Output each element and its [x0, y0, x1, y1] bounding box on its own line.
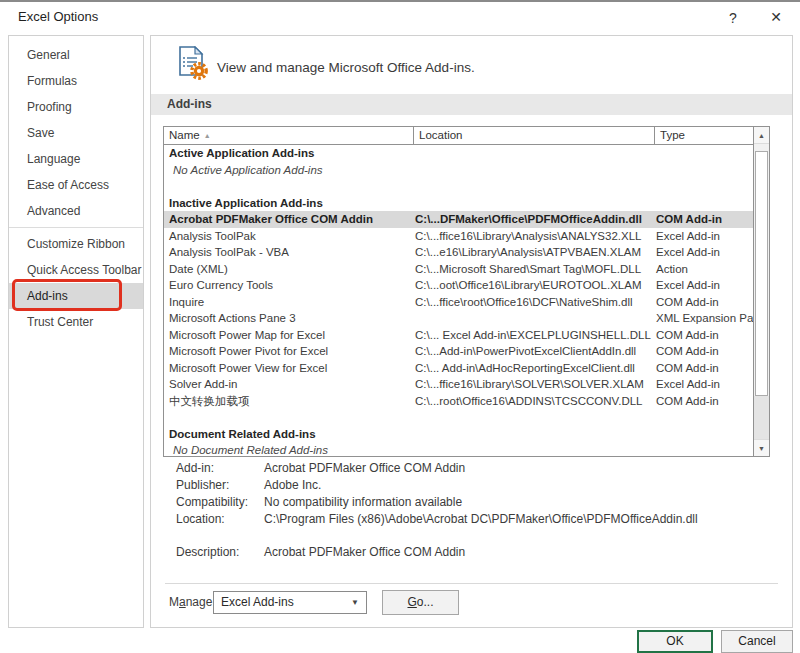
table-group-row: Active Application Add-ins [164, 145, 753, 162]
sidebar-item-add-ins[interactable]: Add-ins [9, 283, 143, 309]
detail-row-publisher: Publisher:Adobe Inc. [176, 477, 698, 494]
table-group-row: Document Related Add-ins [164, 426, 753, 443]
go-button[interactable]: Go... [382, 590, 459, 615]
table-row[interactable]: Microsoft Power Pivot for ExcelC:\...Add… [164, 343, 753, 360]
chevron-down-icon: ▼ [351, 592, 359, 613]
table-row-selected[interactable]: Acrobat PDFMaker Office COM AddinC:\...D… [164, 211, 753, 228]
table-empty-row: No Document Related Add-ins [164, 442, 753, 456]
addins-page-icon [177, 46, 209, 80]
section-header: Add-ins [151, 94, 792, 115]
addins-table: Name▲ Location Type Active Application A… [163, 126, 770, 457]
help-icon[interactable]: ? [722, 7, 744, 29]
manage-separator [165, 583, 778, 584]
detail-row-description: Description:Acrobat PDFMaker Office COM … [176, 544, 698, 561]
table-row[interactable]: Microsoft Power View for ExcelC:\... Add… [164, 360, 753, 377]
sidebar-item-save[interactable]: Save [9, 120, 143, 146]
table-empty-row: No Active Application Add-ins [164, 162, 753, 179]
table-row[interactable]: Analysis ToolPak - VBAC:\...e16\Library\… [164, 244, 753, 261]
sidebar: General Formulas Proofing Save Language … [8, 35, 144, 628]
table-group-row: Inactive Application Add-ins [164, 195, 753, 212]
excel-options-dialog: Excel Options ? ✕ General Formulas Proof… [0, 0, 800, 653]
scrollbar-track[interactable] [754, 396, 769, 439]
table-row[interactable]: Euro Currency ToolsC:\...oot\Office16\Li… [164, 277, 753, 294]
close-icon[interactable]: ✕ [763, 5, 789, 29]
scrollbar-down-icon[interactable]: ▼ [754, 439, 769, 456]
sidebar-item-advanced[interactable]: Advanced [9, 198, 143, 224]
sidebar-item-formulas[interactable]: Formulas [9, 68, 143, 94]
column-header-type[interactable]: Type [655, 127, 769, 144]
sidebar-item-ease-of-access[interactable]: Ease of Access [9, 172, 143, 198]
manage-dropdown[interactable]: Excel Add-ins ▼ [213, 591, 367, 614]
table-row[interactable]: Microsoft Actions Pane 3XML Expansion Pa… [164, 310, 753, 327]
sidebar-item-general[interactable]: General [9, 42, 143, 68]
table-blank-row [164, 409, 753, 426]
table-blank-row [164, 178, 753, 195]
detail-row-compatibility: Compatibility:No compatibility informati… [176, 494, 698, 511]
detail-row-addin: Add-in:Acrobat PDFMaker Office COM Addin [176, 460, 698, 477]
scrollbar-thumb[interactable] [755, 151, 768, 396]
table-body: Active Application Add-ins No Active App… [164, 145, 753, 456]
cancel-button[interactable]: Cancel [721, 630, 793, 653]
table-row[interactable]: 中文转换加载项C:\...root\Office16\ADDINS\TCSCCO… [164, 393, 753, 410]
section-title: Add-ins [151, 94, 792, 115]
addin-details: Add-in:Acrobat PDFMaker Office COM Addin… [176, 460, 698, 561]
column-header-name[interactable]: Name▲ [164, 127, 414, 144]
sidebar-item-proofing[interactable]: Proofing [9, 94, 143, 120]
vertical-scrollbar[interactable]: ▲ ▼ [753, 127, 769, 456]
sidebar-item-quick-access-toolbar[interactable]: Quick Access Toolbar [9, 257, 143, 283]
sidebar-item-customize-ribbon[interactable]: Customize Ribbon [9, 231, 143, 257]
table-row[interactable]: Date (XML)C:\...Microsoft Shared\Smart T… [164, 261, 753, 278]
table-header: Name▲ Location Type [164, 127, 769, 145]
sort-asc-icon: ▲ [204, 132, 211, 139]
table-row[interactable]: Analysis ToolPakC:\...ffice16\Library\An… [164, 228, 753, 245]
dialog-title: Excel Options [18, 9, 98, 24]
ok-button[interactable]: OK [637, 630, 713, 653]
column-header-location[interactable]: Location [414, 127, 655, 144]
table-row[interactable]: Solver Add-inC:\...ffice16\Library\SOLVE… [164, 376, 753, 393]
addins-panel: View and manage Microsoft Office Add-ins… [150, 35, 793, 628]
sidebar-item-trust-center[interactable]: Trust Center [9, 309, 143, 335]
table-row[interactable]: Microsoft Power Map for ExcelC:\... Exce… [164, 327, 753, 344]
page-description: View and manage Microsoft Office Add-ins… [217, 60, 475, 75]
sidebar-divider [9, 227, 143, 228]
manage-label: Manage: [169, 595, 216, 609]
manage-dropdown-value: Excel Add-ins [221, 595, 294, 609]
scrollbar-up-icon[interactable]: ▲ [754, 127, 769, 144]
table-row[interactable]: InquireC:\...ffice\root\Office16\DCF\Nat… [164, 294, 753, 311]
detail-row-location: Location:C:\Program Files (x86)\Adobe\Ac… [176, 511, 698, 528]
sidebar-item-language[interactable]: Language [9, 146, 143, 172]
